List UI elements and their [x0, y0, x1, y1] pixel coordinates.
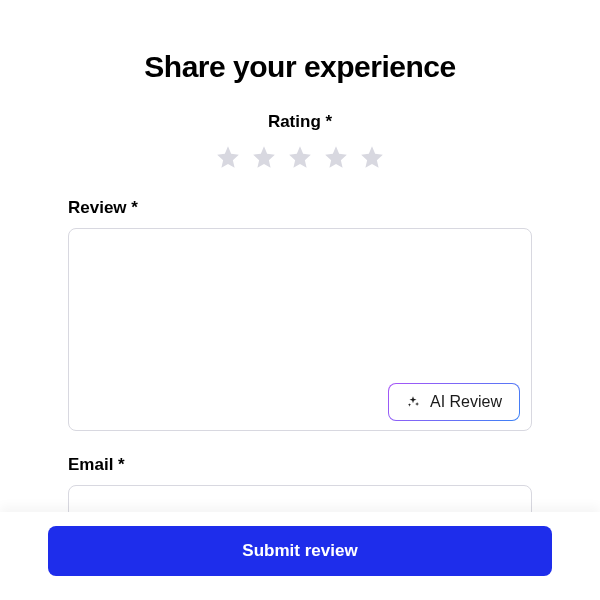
email-label: Email * — [68, 455, 532, 475]
star-2[interactable] — [251, 144, 277, 170]
star-1[interactable] — [215, 144, 241, 170]
rating-label: Rating * — [68, 112, 532, 132]
review-section: Review * AI Review — [68, 198, 532, 435]
submit-button[interactable]: Submit review — [48, 526, 552, 576]
page-title: Share your experience — [68, 50, 532, 84]
review-label-text: Review — [68, 198, 127, 217]
sparkle-icon — [406, 395, 420, 409]
rating-label-text: Rating — [268, 112, 321, 131]
review-label: Review * — [68, 198, 532, 218]
ai-review-label: AI Review — [430, 393, 502, 411]
email-label-text: Email — [68, 455, 113, 474]
review-required-mark: * — [131, 198, 138, 217]
review-wrapper: AI Review — [68, 228, 532, 435]
rating-stars — [68, 144, 532, 170]
star-3[interactable] — [287, 144, 313, 170]
submit-bar: Submit review — [0, 512, 600, 600]
rating-required-mark: * — [326, 112, 333, 131]
rating-section: Rating * — [68, 112, 532, 170]
star-4[interactable] — [323, 144, 349, 170]
ai-review-button[interactable]: AI Review — [388, 383, 520, 421]
ai-review-button-inner[interactable]: AI Review — [389, 384, 519, 420]
star-5[interactable] — [359, 144, 385, 170]
email-required-mark: * — [118, 455, 125, 474]
